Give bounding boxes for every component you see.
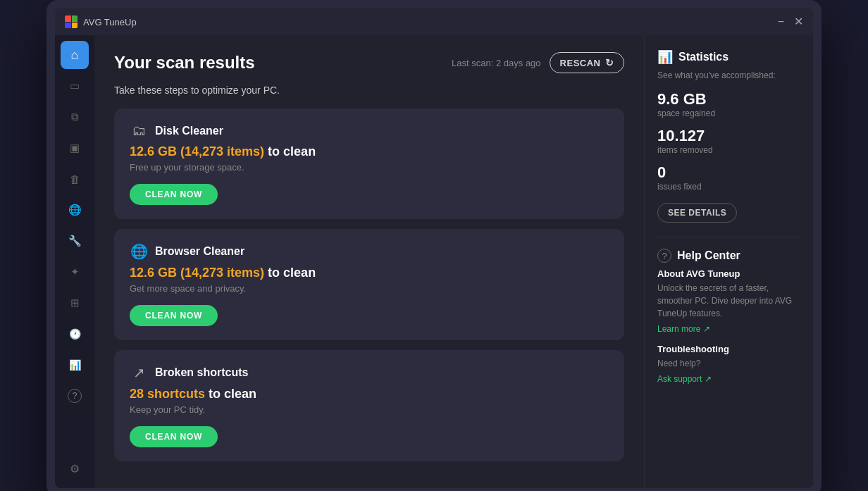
sidebar-item-laptop[interactable]: ▭ xyxy=(61,72,89,100)
header-right: Last scan: 2 days ago RESCAN ↻ xyxy=(452,52,624,73)
disk-cleaner-icon: 🗂 xyxy=(130,123,148,139)
stat-items-value: 10.127 xyxy=(657,127,800,145)
help-about-desc: Unlock the secrets of a faster, smoother… xyxy=(657,282,800,320)
ask-support-link[interactable]: Ask support ↗ xyxy=(657,374,800,384)
disk-cleaner-title: Disk Cleaner xyxy=(155,125,223,137)
learn-more-icon: ↗ xyxy=(703,324,710,334)
broken-shortcuts-card: ↗ Broken shortcuts 28 shortcuts to clean… xyxy=(114,350,624,461)
home-icon: ⌂ xyxy=(71,48,79,63)
browser-cleaner-icon: 🌐 xyxy=(130,243,148,260)
sidebar-item-settings[interactable]: ⚙ xyxy=(61,454,89,483)
right-panel: 📊 Statistics See what you've accomplishe… xyxy=(644,35,813,488)
sidebar-item-home[interactable]: ⌂ xyxy=(61,41,89,69)
stat-space-value: 9.6 GB xyxy=(657,90,800,108)
laptop-shell: AVG TuneUp − ✕ ⌂ ▭ ⧉ ▣ xyxy=(46,0,822,491)
disk-cleaner-amount: 12.6 GB (14,273 items) to clean xyxy=(130,144,609,159)
browser-cleaner-title: Browser Cleaner xyxy=(155,245,244,258)
sidebar-item-history[interactable]: 🕐 xyxy=(61,320,89,348)
titlebar-left: AVG TuneUp xyxy=(65,15,137,28)
logo-q4 xyxy=(72,23,78,29)
statistics-title: Statistics xyxy=(678,51,728,63)
logo-q2 xyxy=(72,15,78,22)
stat-issues-fixed: 0 issues fixed xyxy=(657,163,800,192)
ask-support-icon: ↗ xyxy=(705,374,712,384)
laptop-icon: ▭ xyxy=(70,80,80,92)
sidebar-item-trash[interactable]: 🗑 xyxy=(61,165,89,193)
logo-q1 xyxy=(65,15,71,22)
browser-cleaner-amount: 12.6 GB (14,273 items) to clean xyxy=(130,266,609,280)
disk-cleaner-card: 🗂 Disk Cleaner 12.6 GB (14,273 items) to… xyxy=(114,108,624,219)
trash-icon: 🗑 xyxy=(70,173,80,185)
help-item-troubleshooting: Troubleshooting Need help? Ask support ↗ xyxy=(657,344,800,384)
learn-more-link[interactable]: Learn more ↗ xyxy=(657,324,800,334)
broken-shortcuts-highlight: 28 shortcuts xyxy=(130,387,205,401)
titlebar: AVG TuneUp − ✕ xyxy=(55,8,813,35)
stat-issues-label: issues fixed xyxy=(657,182,800,192)
disk-cleaner-highlight: 12.6 GB (14,273 items) xyxy=(130,144,264,159)
stat-items-label: items removed xyxy=(657,145,800,155)
help-center-header: ? Help Center xyxy=(657,249,800,263)
broken-shortcuts-suffix: to clean xyxy=(205,387,256,401)
titlebar-controls: − ✕ xyxy=(778,16,803,27)
sidebar-item-stack[interactable]: ⊞ xyxy=(61,289,89,317)
logo-q3 xyxy=(65,23,71,29)
stat-issues-value: 0 xyxy=(657,163,800,182)
main-content: Your scan results Last scan: 2 days ago … xyxy=(94,35,644,488)
stat-items-removed: 10.127 items removed xyxy=(657,127,800,155)
stats-icon: 📊 xyxy=(69,359,81,371)
browser-cleaner-desc: Get more space and privacy. xyxy=(130,283,609,294)
broken-shortcuts-clean-button[interactable]: CLEAN NOW xyxy=(130,426,218,447)
browser-cleaner-clean-button[interactable]: CLEAN NOW xyxy=(130,305,218,326)
statistics-header: 📊 Statistics xyxy=(657,49,800,65)
help-center-icon: ? xyxy=(657,249,671,263)
sidebar-item-help[interactable]: ? xyxy=(61,382,89,410)
broken-shortcuts-header: ↗ Broken shortcuts xyxy=(130,364,609,381)
disk-cleaner-header: 🗂 Disk Cleaner xyxy=(130,123,609,139)
sidebar-item-wrench[interactable]: 🔧 xyxy=(61,227,89,255)
sidebar-item-globe[interactable]: 🌐 xyxy=(61,196,89,224)
disk-cleaner-clean-button[interactable]: CLEAN NOW xyxy=(130,184,218,205)
rescan-button[interactable]: RESCAN ↻ xyxy=(550,52,624,73)
broken-shortcuts-desc: Keep your PC tidy. xyxy=(130,404,609,415)
globe-icon: 🌐 xyxy=(68,204,82,216)
statistics-section: 📊 Statistics See what you've accomplishe… xyxy=(657,49,800,223)
minimize-button[interactable]: − xyxy=(778,16,784,27)
help-troubleshoot-title: Troubleshooting xyxy=(657,344,800,354)
sidebar-bottom: ⚙ xyxy=(61,454,89,483)
rescan-icon: ↻ xyxy=(605,57,614,68)
close-button[interactable]: ✕ xyxy=(794,16,803,27)
sidebar-item-layers[interactable]: ⧉ xyxy=(61,103,89,131)
panel-divider xyxy=(657,237,800,237)
app-title: AVG TuneUp xyxy=(83,17,137,27)
page-title: Your scan results xyxy=(114,53,255,73)
help-about-title: About AVG Tuneup xyxy=(657,268,800,279)
rescan-label: RESCAN xyxy=(560,58,601,68)
last-scan-label: Last scan: 2 days ago xyxy=(452,58,540,68)
browser-cleaner-card: 🌐 Browser Cleaner 12.6 GB (14,273 items)… xyxy=(114,229,624,340)
sidebar-item-cpu[interactable]: ▣ xyxy=(61,134,89,162)
help-item-about: About AVG Tuneup Unlock the secrets of a… xyxy=(657,268,800,334)
help-center-title: Help Center xyxy=(677,249,740,262)
cpu-icon: ▣ xyxy=(70,142,80,154)
sidebar-item-clean[interactable]: ✦ xyxy=(61,258,89,286)
broken-shortcuts-icon: ↗ xyxy=(130,364,148,381)
stat-space-regained: 9.6 GB space regained xyxy=(657,90,800,118)
stat-space-label: space regained xyxy=(657,108,800,118)
settings-icon: ⚙ xyxy=(70,462,80,476)
help-icon: ? xyxy=(68,389,82,403)
sidebar: ⌂ ▭ ⧉ ▣ 🗑 🌐 🔧 xyxy=(55,35,94,488)
see-details-button[interactable]: SEE DETAILS xyxy=(657,203,737,223)
history-icon: 🕐 xyxy=(69,328,81,340)
broken-shortcuts-title: Broken shortcuts xyxy=(155,366,248,379)
stack-icon: ⊞ xyxy=(70,297,80,309)
screen: AVG TuneUp − ✕ ⌂ ▭ ⧉ ▣ xyxy=(55,8,813,488)
browser-cleaner-highlight: 12.6 GB (14,273 items) xyxy=(130,266,264,280)
page-header: Your scan results Last scan: 2 days ago … xyxy=(114,52,624,73)
ask-support-label: Ask support xyxy=(657,374,702,384)
browser-cleaner-header: 🌐 Browser Cleaner xyxy=(130,243,609,260)
disk-cleaner-desc: Free up your storage space. xyxy=(130,162,609,173)
help-troubleshoot-desc: Need help? xyxy=(657,357,800,370)
sidebar-item-stats[interactable]: 📊 xyxy=(61,351,89,379)
statistics-icon: 📊 xyxy=(657,49,673,65)
help-center-section: ? Help Center About AVG Tuneup Unlock th… xyxy=(657,249,800,384)
